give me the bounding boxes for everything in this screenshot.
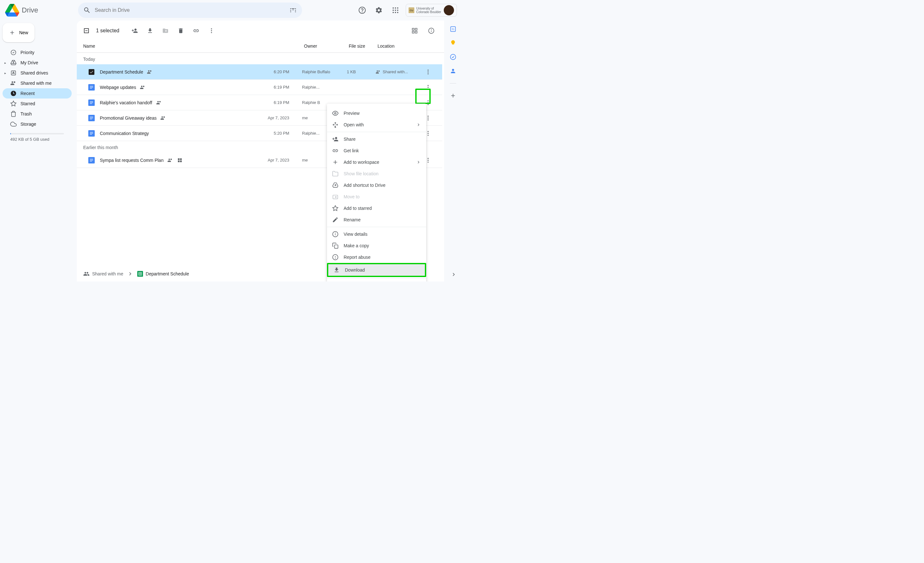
avatar[interactable] <box>444 5 454 15</box>
svg-rect-35 <box>90 88 92 88</box>
svg-point-50 <box>428 115 428 117</box>
menu-item-eye[interactable]: Preview <box>327 108 426 119</box>
people-icon <box>376 69 381 75</box>
menu-item-link[interactable]: Get link <box>327 145 426 156</box>
add-addon-icon[interactable] <box>450 93 456 99</box>
sidebar-item-trash[interactable]: Trash <box>3 109 72 119</box>
info-icon <box>428 27 435 34</box>
sidebar-item-mydrive[interactable]: ▸My Drive <box>3 58 72 68</box>
svg-point-79 <box>335 258 336 259</box>
org-badge[interactable]: CU University of Colorado Boulder <box>406 4 457 16</box>
menu-item-folder: Show file location <box>327 168 426 180</box>
file-owner: Ralphie Buffalo <box>302 69 347 74</box>
contacts-icon[interactable] <box>450 68 456 74</box>
search-options-icon[interactable] <box>289 6 297 14</box>
file-time: Apr 7, 2023 <box>257 158 302 163</box>
new-button-label: New <box>19 30 28 35</box>
row-more-button[interactable] <box>420 84 436 91</box>
selected-count: 1 selected <box>96 28 119 34</box>
moveto-icon <box>332 193 339 200</box>
menu-item-copy[interactable]: Make a copy <box>327 240 426 252</box>
search-input[interactable] <box>95 7 285 13</box>
new-button[interactable]: New <box>3 23 34 42</box>
search-bar[interactable] <box>78 3 302 18</box>
sidebar-item-recent[interactable]: Recent <box>3 88 72 99</box>
deselect-icon[interactable] <box>83 27 90 34</box>
menu-item-shortcut[interactable]: Add shortcut to Drive <box>327 180 426 191</box>
menu-item-rename[interactable]: Rename <box>327 214 426 226</box>
svg-point-44 <box>428 102 428 103</box>
header-right: CU University of Colorado Boulder <box>356 4 457 16</box>
sidebar-item-starred[interactable]: Starred <box>3 99 72 109</box>
folder-icon <box>332 171 339 177</box>
menu-item-label: Make a copy <box>344 243 369 248</box>
star-icon <box>332 205 339 211</box>
svg-point-9 <box>395 12 396 13</box>
breadcrumb-file[interactable]: Department Schedule <box>137 271 189 277</box>
svg-point-52 <box>428 119 428 120</box>
file-name: Sympa list requests Comm Plan <box>100 158 164 163</box>
sidebar-item-label: Recent <box>21 91 34 96</box>
more-button[interactable] <box>205 24 218 37</box>
file-location: Shared with... <box>376 69 420 75</box>
row-more-button[interactable] <box>420 69 436 75</box>
file-row[interactable]: Department Schedule6:20 PMRalphie Buffal… <box>77 64 442 79</box>
svg-point-71 <box>334 112 336 114</box>
shared-icon <box>147 69 153 75</box>
download-icon <box>147 27 153 34</box>
tasks-icon[interactable] <box>450 54 456 60</box>
app-title: Drive <box>22 6 38 14</box>
view-grid-button[interactable] <box>408 24 421 37</box>
link-button[interactable] <box>190 24 202 37</box>
sidebar-item-sharedwithme[interactable]: Shared with me <box>3 78 72 88</box>
calendar-icon[interactable]: 31 <box>450 25 456 32</box>
keep-icon[interactable] <box>450 40 456 46</box>
apps-button[interactable] <box>389 4 402 16</box>
person-add-icon <box>132 27 138 34</box>
side-panel: 31 <box>444 21 462 282</box>
menu-item-download[interactable]: Download <box>327 263 426 277</box>
svg-point-8 <box>393 12 394 13</box>
col-owner[interactable]: Owner <box>304 43 349 49</box>
download-button[interactable] <box>144 24 156 37</box>
menu-item-openwith[interactable]: Open with <box>327 119 426 130</box>
svg-point-70 <box>428 162 428 163</box>
people-icon <box>83 271 90 277</box>
svg-rect-40 <box>90 101 93 102</box>
move-button[interactable] <box>159 24 172 37</box>
menu-item-share[interactable]: Share <box>327 133 426 145</box>
side-panel-toggle[interactable] <box>450 271 457 278</box>
settings-button[interactable] <box>372 4 385 16</box>
menu-item-plus[interactable]: Add to workspace <box>327 156 426 168</box>
info-button[interactable] <box>425 24 438 37</box>
sidebar-item-storage[interactable]: Storage <box>3 119 72 129</box>
menu-item-star[interactable]: Add to starred <box>327 202 426 214</box>
menu-item-info[interactable]: View details <box>327 228 426 240</box>
menu-item-trash[interactable]: Remove <box>327 280 426 282</box>
link-icon <box>193 27 200 34</box>
logo-section[interactable]: Drive <box>5 4 75 16</box>
sheets-icon <box>137 271 143 277</box>
breadcrumb-shared[interactable]: Shared with me <box>83 271 123 277</box>
header: Drive CU University of Colorado Boulder <box>0 0 462 21</box>
checkbox-icon[interactable] <box>88 69 94 75</box>
svg-rect-67 <box>180 160 182 162</box>
help-button[interactable] <box>356 4 369 16</box>
sidebar-item-priority[interactable]: Priority <box>3 47 72 58</box>
svg-rect-42 <box>90 103 92 104</box>
file-row[interactable]: Webpage updates6:19 PMRalphie... <box>77 79 442 95</box>
sidebar-item-shareddrives[interactable]: ▸Shared drives <box>3 68 72 78</box>
trash-icon <box>10 111 16 117</box>
eye-icon <box>332 110 339 117</box>
svg-point-45 <box>428 104 428 105</box>
col-location[interactable]: Location <box>378 43 422 49</box>
menu-item-label: Get link <box>344 148 358 153</box>
shared-icon <box>160 115 166 121</box>
share-button[interactable] <box>128 24 141 37</box>
col-size[interactable]: File size <box>349 43 378 49</box>
file-time: 5:20 PM <box>257 131 302 136</box>
trash-button[interactable] <box>174 24 187 37</box>
menu-item-report[interactable]: Report abuse <box>327 252 426 263</box>
col-name[interactable]: Name <box>83 43 304 49</box>
sidebar-item-label: Trash <box>21 111 32 117</box>
